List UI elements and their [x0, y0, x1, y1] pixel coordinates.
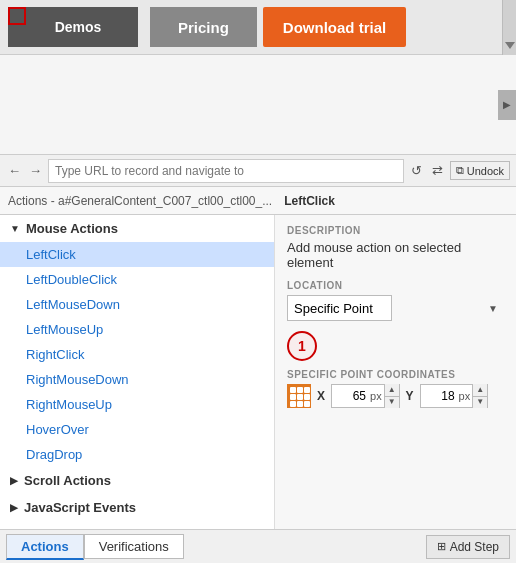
undock-button[interactable]: ⧉ Undock	[450, 161, 510, 180]
grid-dot-2	[297, 387, 303, 393]
js-events-header[interactable]: ▶ JavaScript Events	[0, 494, 274, 521]
grid-dot-9	[304, 401, 310, 407]
logo-corner-box	[8, 7, 26, 25]
pricing-button[interactable]: Pricing	[150, 7, 257, 47]
scroll-actions-header[interactable]: ▶ Scroll Actions	[0, 467, 274, 494]
point-number: 1	[298, 338, 306, 354]
y-label: Y	[406, 389, 414, 403]
y-input[interactable]	[421, 387, 459, 405]
back-button[interactable]: ←	[6, 163, 23, 178]
x-decrement-button[interactable]: ▼	[385, 397, 399, 409]
verifications-tab[interactable]: Verifications	[84, 534, 184, 559]
forward-button[interactable]: →	[27, 163, 44, 178]
y-increment-button[interactable]: ▲	[473, 384, 487, 397]
add-step-label: Add Step	[450, 540, 499, 554]
x-stepper: ▲ ▼	[384, 384, 399, 408]
grid-dot-3	[304, 387, 310, 393]
sidebar-item-rightmouseup[interactable]: RightMouseUp	[0, 392, 274, 417]
js-events-label: JavaScript Events	[24, 500, 136, 515]
location-label: LOCATION	[287, 280, 504, 291]
y-unit: px	[459, 390, 473, 402]
scroll-down-arrow	[505, 42, 515, 49]
sidebar-item-leftmousedown[interactable]: LeftMouseDown	[0, 292, 274, 317]
sidebar-item-dragdrop[interactable]: DragDrop	[0, 442, 274, 467]
refresh-button[interactable]: ↺	[408, 163, 425, 178]
point-marker-row: 1	[287, 331, 504, 361]
point-circle: 1	[287, 331, 317, 361]
grid-dot-5	[297, 394, 303, 400]
breadcrumb-path: Actions - a#GeneralContent_C007_ctl00_ct…	[8, 194, 272, 208]
sidebar: ▼ Mouse Actions LeftClick LeftDoubleClic…	[0, 215, 275, 529]
x-label: X	[317, 389, 325, 403]
undock-label: Undock	[467, 165, 504, 177]
grid-dot-6	[304, 394, 310, 400]
main-panel: ▼ Mouse Actions LeftClick LeftDoubleClic…	[0, 215, 516, 529]
nav-logo: Demos	[8, 7, 138, 47]
js-events-section: ▶ JavaScript Events	[0, 494, 274, 521]
x-unit: px	[370, 390, 384, 402]
grid-icon[interactable]	[287, 384, 311, 408]
y-decrement-button[interactable]: ▼	[473, 397, 487, 409]
sidebar-item-leftmouseup[interactable]: LeftMouseUp	[0, 317, 274, 342]
add-step-icon: ⊞	[437, 540, 446, 553]
y-input-wrap: px ▲ ▼	[420, 384, 489, 408]
url-bar: ← → ↺ ⇄ ⧉ Undock	[0, 155, 516, 187]
sidebar-item-rightclick[interactable]: RightClick	[0, 342, 274, 367]
grid-dot-1	[290, 387, 296, 393]
x-input-wrap: px ▲ ▼	[331, 384, 400, 408]
middle-space	[0, 55, 516, 155]
mouse-actions-label: Mouse Actions	[26, 221, 118, 236]
record-button[interactable]: ⇄	[429, 163, 446, 178]
x-input[interactable]	[332, 387, 370, 405]
description-label: DESCRIPTION	[287, 225, 504, 236]
sidebar-item-leftdoubleclick[interactable]: LeftDoubleClick	[0, 267, 274, 292]
undock-icon: ⧉	[456, 164, 464, 177]
add-step-button[interactable]: ⊞ Add Step	[426, 535, 510, 559]
nav-scrollbar[interactable]	[502, 0, 516, 55]
scroll-actions-label: Scroll Actions	[24, 473, 111, 488]
breadcrumb-action: LeftClick	[284, 194, 335, 208]
actions-tab[interactable]: Actions	[6, 534, 84, 560]
scroll-right-arrow[interactable]	[498, 90, 516, 120]
location-dropdown-row: Specific Point Element Center Top Left T…	[287, 295, 504, 321]
right-panel: DESCRIPTION Add mouse action on selected…	[275, 215, 516, 529]
mouse-actions-header[interactable]: ▼ Mouse Actions	[0, 215, 274, 242]
coords-row: X px ▲ ▼ Y px ▲ ▼	[287, 384, 504, 408]
y-stepper: ▲ ▼	[472, 384, 487, 408]
mouse-actions-section: ▼ Mouse Actions LeftClick LeftDoubleClic…	[0, 215, 274, 467]
breadcrumb-bar: Actions - a#GeneralContent_C007_ctl00_ct…	[0, 187, 516, 215]
grid-dot-4	[290, 394, 296, 400]
sidebar-item-rightmousedown[interactable]: RightMouseDown	[0, 367, 274, 392]
coords-label: SPECIFIC POINT COORDINATES	[287, 369, 504, 380]
url-input[interactable]	[48, 159, 404, 183]
mouse-actions-arrow: ▼	[10, 223, 20, 234]
sidebar-item-leftclick[interactable]: LeftClick	[0, 242, 274, 267]
bottom-tabbar: Actions Verifications ⊞ Add Step	[0, 529, 516, 563]
scroll-actions-arrow: ▶	[10, 475, 18, 486]
location-select[interactable]: Specific Point Element Center Top Left T…	[287, 295, 392, 321]
x-increment-button[interactable]: ▲	[385, 384, 399, 397]
logo-text: Demos	[55, 19, 102, 35]
trial-button[interactable]: Download trial	[263, 7, 406, 47]
top-nav: Demos Pricing Download trial	[0, 0, 516, 55]
description-text: Add mouse action on selected element	[287, 240, 504, 270]
scroll-actions-section: ▶ Scroll Actions	[0, 467, 274, 494]
js-events-arrow: ▶	[10, 502, 18, 513]
sidebar-item-hoverover[interactable]: HoverOver	[0, 417, 274, 442]
dropdown-chevron-icon: ▼	[488, 303, 498, 314]
grid-dot-7	[290, 401, 296, 407]
grid-dot-8	[297, 401, 303, 407]
location-dropdown-wrapper: Specific Point Element Center Top Left T…	[287, 295, 504, 321]
